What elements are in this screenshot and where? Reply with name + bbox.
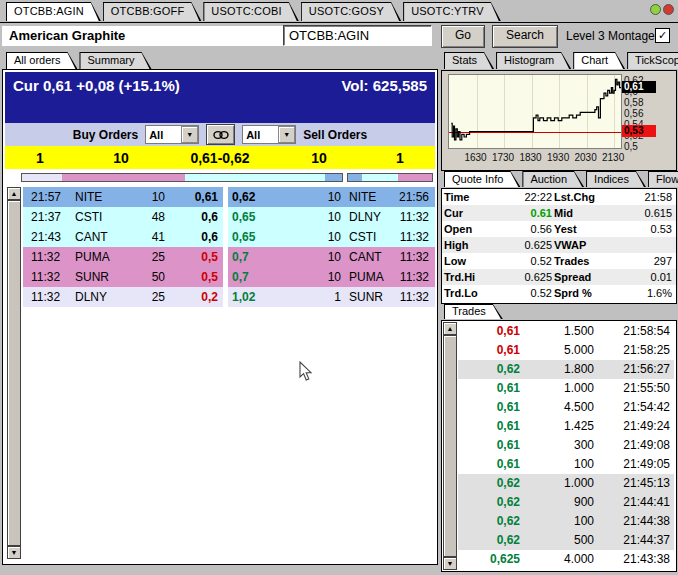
depth-row[interactable]: 21:57NITE100,610,6210NITE21:56 [23, 187, 435, 207]
chevron-down-icon[interactable]: ▼ [278, 126, 295, 143]
quote-info-row: Cur0.61Mid0.615 [442, 205, 676, 221]
ask-size: 10 [273, 150, 365, 166]
tab-histogram[interactable]: Histogram [496, 52, 571, 69]
tab-label: USOTC:YTRV [411, 5, 484, 17]
depth-row[interactable]: 11:32PUMA250,50,710CANT11:32 [23, 247, 435, 267]
symbol-input[interactable]: OTCBB:AGIN [283, 25, 432, 46]
trade-price: 0,61 [458, 398, 520, 417]
scrollbar-thumb[interactable] [7, 200, 21, 546]
sell-filter-select[interactable]: All ▼ [242, 125, 296, 144]
tab-tickscope[interactable]: TickScope [627, 52, 678, 69]
trade-row[interactable]: 0,621.00021:45:13 [458, 474, 674, 493]
tab-chart[interactable]: Chart [573, 52, 625, 69]
depth-row[interactable]: 11:32DLNY250,21,021SUNR11:32 [23, 287, 435, 307]
tab-stats[interactable]: Stats [444, 52, 494, 69]
tab-summary[interactable]: Summary [79, 52, 151, 69]
trade-row[interactable]: 0,6290021:44:41 [458, 493, 674, 512]
symbol-tab-goff[interactable]: OTCBB:GOFF [103, 2, 202, 21]
scroll-down-icon[interactable]: ▼ [443, 557, 457, 570]
trade-row[interactable]: 0,615.00021:58:25 [458, 341, 674, 360]
quote-value: 0.52 [490, 285, 554, 301]
trade-size: 1.800 [520, 360, 594, 379]
tab-auction[interactable]: Auction [522, 171, 584, 187]
symbol-tab-ytrv[interactable]: USOTC:YTRV [403, 2, 501, 21]
quote-info-row: High0.625VWAP [442, 237, 676, 253]
trade-row[interactable]: 0,611.42521:49:24 [458, 417, 674, 436]
link-filters-button[interactable] [206, 124, 235, 145]
trade-price: 0,61 [458, 322, 520, 341]
symbol-tab-gosy[interactable]: USOTC:GOSY [301, 2, 401, 21]
quote-value: 0.61 [490, 205, 554, 221]
trade-row[interactable]: 0,611.50021:58:54 [458, 322, 674, 341]
analysis-view-tab-bar: StatsHistogramChartTickScope [444, 52, 678, 69]
connection-status-green-icon [650, 4, 661, 15]
bid-time: 11:32 [23, 267, 65, 287]
quote-label: Cur [444, 205, 490, 221]
tab-label: Summary [87, 54, 134, 66]
trade-size: 1.000 [520, 379, 594, 398]
depth-row[interactable]: 21:43CANT410,60,6510CSTI11:32 [23, 227, 435, 247]
symbol-tab-cobi[interactable]: USOTC:COBI [203, 2, 298, 21]
tab-indices[interactable]: Indices [586, 171, 646, 187]
trade-price: 0,62 [458, 360, 520, 379]
scrollbar-thumb[interactable] [443, 335, 457, 557]
chain-link-icon [213, 130, 229, 140]
bid-qty: 25 [119, 247, 165, 267]
ask-price: 0,7 [228, 267, 286, 287]
trade-row[interactable]: 0,6254.00021:43:38 [458, 550, 674, 569]
level3-montage-checkbox[interactable]: ✓ [655, 28, 670, 43]
quote-value: 0.625 [490, 237, 554, 253]
trade-row[interactable]: 0,6250021:44:37 [458, 531, 674, 550]
depth-row[interactable]: 11:32SUNR500,50,710PUMA11:32 [23, 267, 435, 287]
depth-segment-blue [348, 174, 362, 181]
inside-spread: 0,61-0,62 [167, 150, 273, 166]
tabbar-divider [0, 22, 678, 23]
bid-mm: PUMA [65, 247, 119, 267]
current-price-badge: 0,61 [622, 81, 656, 93]
chevron-down-icon[interactable]: ▼ [181, 126, 198, 143]
quote-value: 0.56 [490, 221, 554, 237]
quote-label: Yest [554, 221, 612, 237]
sell-filter-value: All [243, 129, 260, 141]
go-button[interactable]: Go [441, 25, 485, 48]
level2-montage-window: OTCBB:AGINOTCBB:GOFFUSOTC:COBIUSOTC:GOSY… [0, 0, 678, 575]
ask-price: 0,65 [228, 207, 286, 227]
tab-label: Auction [530, 173, 567, 185]
trade-row[interactable]: 0,611.00021:55:50 [458, 379, 674, 398]
bid-size: 10 [75, 150, 167, 166]
scroll-up-icon[interactable]: ▲ [443, 322, 457, 335]
trades-scrollbar[interactable]: ▲ ▼ [443, 322, 457, 570]
instrument-name: American Graphite [2, 26, 285, 46]
tab-quote-info[interactable]: Quote Info [444, 171, 520, 187]
tab-label: OTCBB:AGIN [14, 5, 84, 17]
trade-row[interactable]: 0,614.50021:54:42 [458, 398, 674, 417]
depth-row[interactable]: 21:37CSTI480,60,6510DLNY11:32 [23, 207, 435, 227]
montage-scrollbar[interactable]: ▲ ▼ [7, 187, 21, 559]
ask-time: 11:32 [389, 227, 435, 247]
tab-label: USOTC:COBI [211, 5, 281, 17]
trade-price: 0,62 [458, 531, 520, 550]
quote-label: Spread [554, 269, 612, 285]
trade-row[interactable]: 0,6210021:44:38 [458, 512, 674, 531]
intraday-chart-panel: 163017301830193020302130 0,620,60,580,56… [441, 70, 677, 171]
tab-flow[interactable]: Flow [648, 171, 678, 187]
buy-filter-select[interactable]: All ▼ [145, 125, 199, 144]
symbol-tab-agin[interactable]: OTCBB:AGIN [6, 2, 101, 21]
x-tick-label: 2030 [573, 152, 599, 163]
trade-row[interactable]: 0,6130021:49:08 [458, 436, 674, 455]
search-button[interactable]: Search [492, 25, 558, 48]
trade-time: 21:44:37 [594, 531, 674, 550]
scroll-up-icon[interactable]: ▲ [7, 187, 21, 200]
tab-all-orders[interactable]: All orders [6, 52, 77, 69]
scroll-down-icon[interactable]: ▼ [7, 546, 21, 559]
trade-row[interactable]: 0,6110021:49:05 [458, 455, 674, 474]
trade-row[interactable]: 0,621.80021:56:27 [458, 360, 674, 379]
trade-time: 21:49:05 [594, 455, 674, 474]
tab-trades[interactable]: Trades [444, 304, 503, 319]
quote-label: Trd.Hi [444, 269, 490, 285]
trade-size: 900 [520, 493, 594, 512]
depth-distribution [5, 171, 435, 185]
connection-status-red-icon [663, 4, 674, 15]
trade-price: 0,61 [458, 341, 520, 360]
trade-price: 0,61 [458, 455, 520, 474]
